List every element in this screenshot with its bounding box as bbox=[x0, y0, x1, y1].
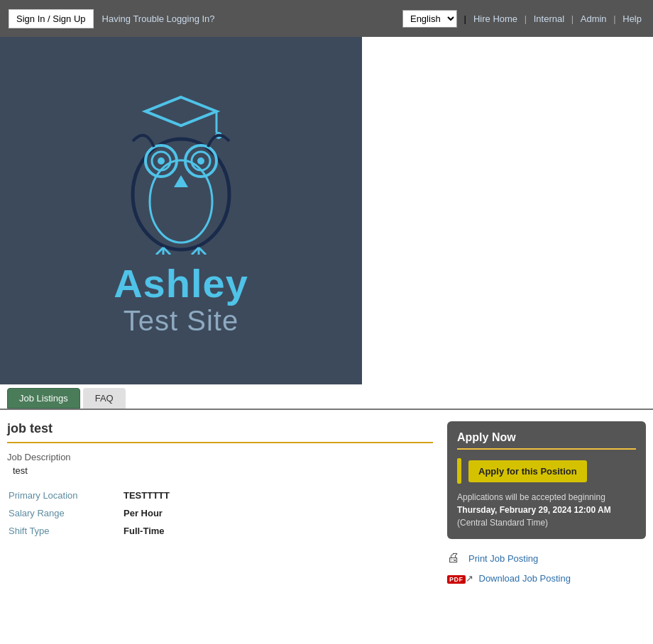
owl-logo bbox=[103, 84, 259, 255]
site-banner: Ashley Test Site bbox=[0, 37, 362, 384]
sign-in-button[interactable]: Sign In / Sign Up bbox=[9, 9, 94, 28]
pdf-badge-icon: PDF↗ bbox=[447, 573, 473, 584]
svg-marker-0 bbox=[146, 97, 216, 126]
apply-box: Apply Now Apply for this Position Applic… bbox=[447, 421, 646, 539]
svg-marker-11 bbox=[174, 175, 188, 187]
topbar-right: English | Hire Home | Internal | Admin |… bbox=[402, 10, 644, 28]
print-link-row: 🖨 Print Job Posting bbox=[447, 550, 646, 566]
right-panel: Apply Now Apply for this Position Applic… bbox=[447, 421, 646, 591]
svg-point-4 bbox=[150, 160, 212, 243]
primary-location-value: TESTTTTT bbox=[124, 487, 432, 504]
apply-now-heading: Apply Now bbox=[457, 431, 636, 450]
action-links: 🖨 Print Job Posting PDF↗ Download Job Po… bbox=[447, 550, 646, 584]
help-link[interactable]: Help bbox=[622, 13, 642, 24]
table-row: Salary Range Per Hour bbox=[9, 505, 432, 521]
job-description-value: test bbox=[7, 465, 433, 476]
download-job-posting-link[interactable]: Download Job Posting bbox=[479, 573, 571, 584]
table-row: Shift Type Full-Time bbox=[9, 523, 432, 539]
job-panel: job test Job Description test Primary Lo… bbox=[7, 421, 433, 540]
download-link-row: PDF↗ Download Job Posting bbox=[447, 573, 646, 584]
apply-for-position-button[interactable]: Apply for this Position bbox=[468, 460, 587, 482]
tab-faq[interactable]: FAQ bbox=[83, 388, 126, 409]
topbar-nav: Hire Home | Internal | Admin | Help bbox=[471, 13, 644, 24]
svg-point-10 bbox=[197, 157, 204, 165]
salary-range-value: Per Hour bbox=[124, 505, 432, 521]
print-icon: 🖨 bbox=[447, 550, 463, 566]
admin-link[interactable]: Admin bbox=[581, 13, 607, 24]
site-title: Ashley bbox=[114, 262, 248, 306]
internal-link[interactable]: Internal bbox=[534, 13, 564, 24]
job-title: job test bbox=[7, 421, 433, 443]
apply-date: Thursday, February 29, 2024 12:00 AM bbox=[457, 505, 611, 515]
primary-location-label: Primary Location bbox=[9, 487, 122, 504]
topbar: Sign In / Sign Up Having Trouble Logging… bbox=[0, 0, 653, 37]
salary-range-label: Salary Range bbox=[9, 505, 122, 521]
tabs-bar: Job Listings FAQ bbox=[0, 384, 653, 410]
language-select[interactable]: English bbox=[402, 10, 457, 28]
print-job-posting-link[interactable]: Print Job Posting bbox=[468, 553, 538, 564]
job-description-label: Job Description bbox=[7, 452, 433, 462]
apply-note: Applications will be accepted beginning … bbox=[457, 491, 636, 529]
table-row: Primary Location TESTTTTT bbox=[9, 487, 432, 504]
topbar-left: Sign In / Sign Up Having Trouble Logging… bbox=[9, 9, 215, 28]
site-subtitle: Test Site bbox=[124, 305, 238, 337]
shift-type-value: Full-Time bbox=[124, 523, 432, 539]
shift-type-label: Shift Type bbox=[9, 523, 122, 539]
job-details-table: Primary Location TESTTTTT Salary Range P… bbox=[7, 486, 433, 540]
topbar-separator: | bbox=[461, 13, 466, 24]
svg-point-7 bbox=[158, 157, 165, 165]
tab-job-listings[interactable]: Job Listings bbox=[7, 388, 80, 409]
hire-home-link[interactable]: Hire Home bbox=[473, 13, 517, 24]
main-content: job test Job Description test Primary Lo… bbox=[0, 410, 653, 602]
trouble-logging-in-link[interactable]: Having Trouble Logging In? bbox=[102, 13, 215, 24]
